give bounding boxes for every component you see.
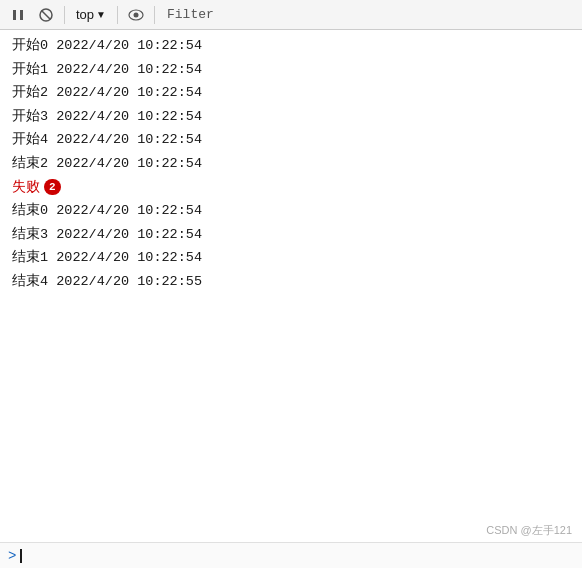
log-line: 结束0 2022/4/20 10:22:54 — [0, 199, 582, 223]
svg-rect-1 — [20, 10, 23, 20]
log-line: 开始1 2022/4/20 10:22:54 — [0, 58, 582, 82]
play-button[interactable] — [6, 4, 30, 26]
log-line: 结束2 2022/4/20 10:22:54 — [0, 152, 582, 176]
prompt-arrow: > — [8, 548, 16, 564]
bottom-bar: > — [0, 542, 582, 568]
eye-button[interactable] — [124, 4, 148, 26]
svg-line-3 — [42, 10, 51, 19]
log-line: 失败2 — [0, 176, 582, 200]
filter-label: Filter — [161, 5, 220, 24]
level-label: top — [76, 7, 94, 22]
toolbar: top ▼ Filter — [0, 0, 582, 30]
log-line: 结束4 2022/4/20 10:22:55 — [0, 270, 582, 294]
error-text: 失败 — [12, 180, 40, 195]
log-line: 结束1 2022/4/20 10:22:54 — [0, 246, 582, 270]
level-dropdown[interactable]: top ▼ — [71, 5, 111, 24]
error-badge: 2 — [44, 179, 61, 195]
log-line: 结束3 2022/4/20 10:22:54 — [0, 223, 582, 247]
prompt-cursor — [20, 549, 22, 563]
divider-3 — [154, 6, 155, 24]
svg-rect-0 — [13, 10, 16, 20]
watermark: CSDN @左手121 — [486, 523, 572, 538]
log-line: 开始2 2022/4/20 10:22:54 — [0, 81, 582, 105]
chevron-down-icon: ▼ — [96, 9, 106, 20]
log-line: 开始4 2022/4/20 10:22:54 — [0, 128, 582, 152]
log-line: 开始0 2022/4/20 10:22:54 — [0, 34, 582, 58]
log-line: 开始3 2022/4/20 10:22:54 — [0, 105, 582, 129]
divider-2 — [117, 6, 118, 24]
svg-point-5 — [133, 12, 138, 17]
log-area: 开始0 2022/4/20 10:22:54开始1 2022/4/20 10:2… — [0, 30, 582, 542]
stop-button[interactable] — [34, 4, 58, 26]
divider-1 — [64, 6, 65, 24]
